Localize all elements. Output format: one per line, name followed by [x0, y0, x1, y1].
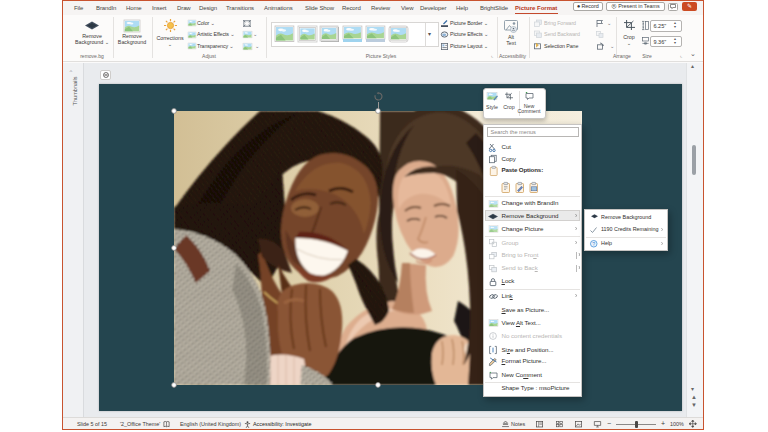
svg-text:?: ?	[592, 241, 595, 247]
